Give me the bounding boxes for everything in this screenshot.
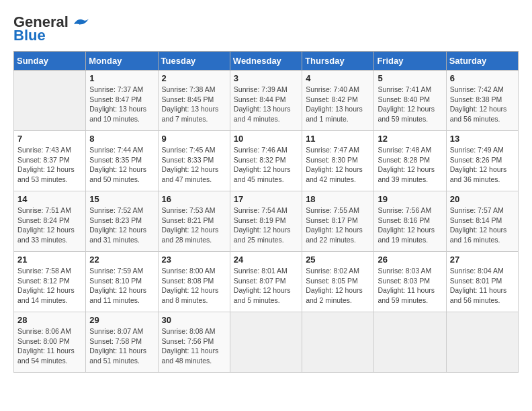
day-number: 4	[306, 73, 370, 83]
calendar-day-cell: 2Sunrise: 7:38 AM Sunset: 8:45 PM Daylig…	[158, 71, 230, 131]
day-info: Sunrise: 7:45 AM Sunset: 8:33 PM Dayligh…	[162, 145, 226, 185]
logo-bird-icon	[70, 15, 89, 27]
calendar-day-cell: 30Sunrise: 8:08 AM Sunset: 7:56 PM Dayli…	[158, 312, 230, 373]
day-info: Sunrise: 7:48 AM Sunset: 8:28 PM Dayligh…	[378, 145, 442, 185]
day-info: Sunrise: 7:52 AM Sunset: 8:23 PM Dayligh…	[89, 205, 154, 245]
day-number: 17	[234, 194, 298, 204]
weekday-header-thursday: Thursday	[302, 52, 374, 71]
calendar-day-cell: 18Sunrise: 7:55 AM Sunset: 8:17 PM Dayli…	[302, 191, 374, 252]
calendar-day-cell: 15Sunrise: 7:52 AM Sunset: 8:23 PM Dayli…	[86, 191, 158, 252]
calendar-week-row: 28Sunrise: 8:06 AM Sunset: 8:00 PM Dayli…	[14, 312, 519, 373]
day-number: 15	[89, 194, 154, 204]
calendar-day-cell: 14Sunrise: 7:51 AM Sunset: 8:24 PM Dayli…	[14, 191, 86, 252]
day-number: 5	[378, 73, 442, 83]
calendar-day-cell: 23Sunrise: 8:00 AM Sunset: 8:08 PM Dayli…	[158, 252, 230, 312]
calendar-week-row: 1Sunrise: 7:37 AM Sunset: 8:47 PM Daylig…	[14, 71, 519, 131]
day-info: Sunrise: 7:58 AM Sunset: 8:12 PM Dayligh…	[17, 266, 82, 306]
calendar-day-cell: 4Sunrise: 7:40 AM Sunset: 8:42 PM Daylig…	[302, 71, 374, 131]
day-number: 19	[378, 194, 442, 204]
day-number: 1	[89, 73, 154, 83]
day-info: Sunrise: 7:54 AM Sunset: 8:19 PM Dayligh…	[234, 205, 298, 245]
day-number: 23	[162, 255, 226, 265]
day-number: 30	[162, 315, 226, 325]
day-number: 13	[450, 134, 515, 144]
calendar-day-cell: 17Sunrise: 7:54 AM Sunset: 8:19 PM Dayli…	[230, 191, 302, 252]
calendar-day-cell: 6Sunrise: 7:42 AM Sunset: 8:38 PM Daylig…	[446, 71, 518, 131]
calendar-table: SundayMondayTuesdayWednesdayThursdayFrid…	[13, 51, 519, 373]
day-number: 16	[162, 194, 226, 204]
calendar-day-cell	[374, 312, 446, 373]
day-number: 24	[234, 255, 298, 265]
weekday-header-row: SundayMondayTuesdayWednesdayThursdayFrid…	[14, 52, 519, 71]
day-number: 29	[89, 315, 154, 325]
calendar-day-cell: 12Sunrise: 7:48 AM Sunset: 8:28 PM Dayli…	[374, 131, 446, 191]
day-number: 2	[162, 73, 226, 83]
calendar-day-cell: 24Sunrise: 8:01 AM Sunset: 8:07 PM Dayli…	[230, 252, 302, 312]
day-info: Sunrise: 7:59 AM Sunset: 8:10 PM Dayligh…	[89, 266, 154, 306]
day-number: 18	[306, 194, 370, 204]
calendar-day-cell: 21Sunrise: 7:58 AM Sunset: 8:12 PM Dayli…	[14, 252, 86, 312]
calendar-week-row: 21Sunrise: 7:58 AM Sunset: 8:12 PM Dayli…	[14, 252, 519, 312]
day-info: Sunrise: 7:44 AM Sunset: 8:35 PM Dayligh…	[89, 145, 154, 185]
calendar-day-cell: 22Sunrise: 7:59 AM Sunset: 8:10 PM Dayli…	[86, 252, 158, 312]
calendar-day-cell: 20Sunrise: 7:57 AM Sunset: 8:14 PM Dayli…	[446, 191, 518, 252]
day-number: 6	[450, 73, 515, 83]
calendar-day-cell: 29Sunrise: 8:07 AM Sunset: 7:58 PM Dayli…	[86, 312, 158, 373]
day-info: Sunrise: 7:56 AM Sunset: 8:16 PM Dayligh…	[378, 205, 442, 245]
calendar-day-cell: 13Sunrise: 7:49 AM Sunset: 8:26 PM Dayli…	[446, 131, 518, 191]
day-info: Sunrise: 7:40 AM Sunset: 8:42 PM Dayligh…	[306, 85, 370, 124]
day-number: 26	[378, 255, 442, 265]
day-info: Sunrise: 7:43 AM Sunset: 8:37 PM Dayligh…	[17, 145, 82, 185]
day-info: Sunrise: 7:38 AM Sunset: 8:45 PM Dayligh…	[162, 85, 226, 124]
day-number: 22	[89, 255, 154, 265]
calendar-day-cell: 27Sunrise: 8:04 AM Sunset: 8:01 PM Dayli…	[446, 252, 518, 312]
calendar-day-cell: 10Sunrise: 7:46 AM Sunset: 8:32 PM Dayli…	[230, 131, 302, 191]
header: General Blue	[13, 13, 519, 44]
day-info: Sunrise: 7:41 AM Sunset: 8:40 PM Dayligh…	[378, 85, 442, 124]
day-info: Sunrise: 7:37 AM Sunset: 8:47 PM Dayligh…	[89, 85, 154, 124]
day-info: Sunrise: 7:49 AM Sunset: 8:26 PM Dayligh…	[450, 145, 515, 185]
weekday-header-monday: Monday	[86, 52, 158, 71]
day-number: 25	[306, 255, 370, 265]
calendar-day-cell	[446, 312, 518, 373]
calendar-day-cell	[230, 312, 302, 373]
day-info: Sunrise: 8:08 AM Sunset: 7:56 PM Dayligh…	[162, 326, 226, 366]
logo-blue-text: Blue	[13, 27, 46, 44]
calendar-day-cell: 5Sunrise: 7:41 AM Sunset: 8:40 PM Daylig…	[374, 71, 446, 131]
calendar-day-cell: 16Sunrise: 7:53 AM Sunset: 8:21 PM Dayli…	[158, 191, 230, 252]
calendar-day-cell: 8Sunrise: 7:44 AM Sunset: 8:35 PM Daylig…	[86, 131, 158, 191]
day-info: Sunrise: 7:57 AM Sunset: 8:14 PM Dayligh…	[450, 205, 515, 245]
day-info: Sunrise: 8:06 AM Sunset: 8:00 PM Dayligh…	[17, 326, 82, 366]
calendar-week-row: 7Sunrise: 7:43 AM Sunset: 8:37 PM Daylig…	[14, 131, 519, 191]
day-number: 21	[17, 255, 82, 265]
day-info: Sunrise: 8:04 AM Sunset: 8:01 PM Dayligh…	[450, 266, 515, 306]
day-number: 10	[234, 134, 298, 144]
calendar-week-row: 14Sunrise: 7:51 AM Sunset: 8:24 PM Dayli…	[14, 191, 519, 252]
calendar-day-cell: 19Sunrise: 7:56 AM Sunset: 8:16 PM Dayli…	[374, 191, 446, 252]
day-number: 7	[17, 134, 82, 144]
day-number: 27	[450, 255, 515, 265]
day-info: Sunrise: 7:55 AM Sunset: 8:17 PM Dayligh…	[306, 205, 370, 245]
calendar-day-cell: 7Sunrise: 7:43 AM Sunset: 8:37 PM Daylig…	[14, 131, 86, 191]
day-number: 28	[17, 315, 82, 325]
day-info: Sunrise: 8:03 AM Sunset: 8:03 PM Dayligh…	[378, 266, 442, 306]
calendar-day-cell: 11Sunrise: 7:47 AM Sunset: 8:30 PM Dayli…	[302, 131, 374, 191]
day-info: Sunrise: 7:46 AM Sunset: 8:32 PM Dayligh…	[234, 145, 298, 185]
weekday-header-tuesday: Tuesday	[158, 52, 230, 71]
day-info: Sunrise: 8:02 AM Sunset: 8:05 PM Dayligh…	[306, 266, 370, 306]
calendar-day-cell: 26Sunrise: 8:03 AM Sunset: 8:03 PM Dayli…	[374, 252, 446, 312]
day-info: Sunrise: 7:42 AM Sunset: 8:38 PM Dayligh…	[450, 85, 515, 124]
day-number: 11	[306, 134, 370, 144]
calendar-day-cell: 28Sunrise: 8:06 AM Sunset: 8:00 PM Dayli…	[14, 312, 86, 373]
day-info: Sunrise: 7:53 AM Sunset: 8:21 PM Dayligh…	[162, 205, 226, 245]
day-info: Sunrise: 7:47 AM Sunset: 8:30 PM Dayligh…	[306, 145, 370, 185]
weekday-header-wednesday: Wednesday	[230, 52, 302, 71]
calendar-day-cell: 3Sunrise: 7:39 AM Sunset: 8:44 PM Daylig…	[230, 71, 302, 131]
weekday-header-saturday: Saturday	[446, 52, 518, 71]
calendar-day-cell	[302, 312, 374, 373]
calendar-day-cell: 25Sunrise: 8:02 AM Sunset: 8:05 PM Dayli…	[302, 252, 374, 312]
day-number: 12	[378, 134, 442, 144]
day-info: Sunrise: 8:01 AM Sunset: 8:07 PM Dayligh…	[234, 266, 298, 306]
day-number: 8	[89, 134, 154, 144]
day-info: Sunrise: 7:39 AM Sunset: 8:44 PM Dayligh…	[234, 85, 298, 124]
